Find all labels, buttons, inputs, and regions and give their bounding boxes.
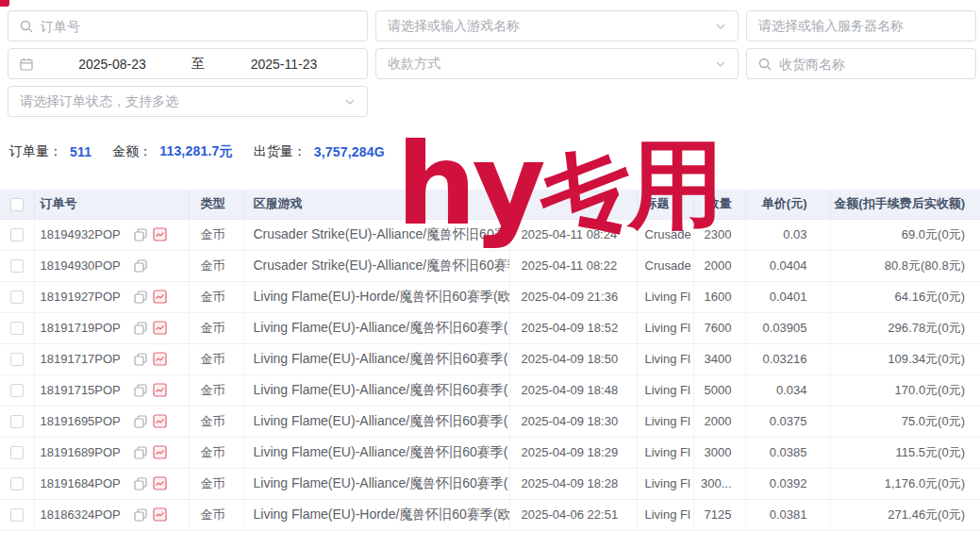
amount-cell: 75.0元(0元) [830,406,980,437]
receiver-merchant-input[interactable] [779,57,964,72]
header-game: 区服游戏 [243,190,509,219]
unit-price-cell: 0.0392 [745,468,830,499]
game-server-cell: Living Flame(EU)-Alliance/魔兽怀旧60赛季( [243,468,509,499]
date-range-picker[interactable]: 2025-08-23 至 2025-11-23 [8,48,368,79]
select-all-checkbox[interactable] [10,198,24,211]
row-checkbox-cell[interactable] [0,281,34,312]
date-end-value[interactable]: 2025-11-23 [212,57,356,72]
payment-method-select[interactable]: 收款方式 [375,48,739,79]
server-name-select[interactable]: 请选择或输入服务器名称 [746,10,976,42]
game-server-cell: Living Flame(EU)-Horde/魔兽怀旧60赛季(欧 [243,281,509,312]
select-all-checkbox-cell[interactable] [0,190,34,219]
header-amount: 金额(扣手续费后实收额) [830,190,980,219]
title-cell: Crusade [637,250,693,281]
copy-icon[interactable] [134,353,147,366]
screenshot-image-icon[interactable] [153,352,167,366]
row-checkbox-cell[interactable] [0,219,34,250]
row-checkbox-cell[interactable] [0,312,34,343]
unit-price-cell: 0.0385 [745,437,830,468]
order-number: 18194932POP [41,227,121,241]
screenshot-image-icon[interactable] [153,321,167,335]
amount-cell: 271.46元(0元) [830,499,980,530]
order-no-cell: 18191689POP [34,437,189,468]
game-server-cell: Living Flame(EU)-Horde/魔兽怀旧60赛季(欧 [243,499,509,530]
stat-order-count: 订单量： 511 [9,143,91,160]
table-row: 18191689POP金币Living Flame(EU)-Alliance/魔… [0,437,980,468]
screenshot-image-icon[interactable] [153,290,167,304]
row-checkbox-cell[interactable] [0,499,34,530]
header-title: 标题 [637,190,693,219]
row-checkbox[interactable] [10,259,24,273]
amount-cell: 1,176.0元(0元) [830,468,980,499]
screenshot-image-icon[interactable] [153,445,167,459]
game-server-cell: Living Flame(EU)-Alliance/魔兽怀旧60赛季( [243,312,509,343]
copy-icon[interactable] [134,415,147,428]
order-number: 18191689POP [41,445,121,459]
order-number: 18194930POP [41,258,121,273]
screenshot-image-icon[interactable] [153,414,167,428]
screenshot-image-icon[interactable] [153,507,167,522]
copy-icon[interactable] [134,228,147,241]
chevron-down-icon[interactable] [715,21,726,32]
header-price: 单价(元) [745,190,830,219]
copy-icon[interactable] [134,291,147,304]
order-number-input[interactable] [41,19,356,34]
row-checkbox[interactable] [10,477,24,490]
copy-icon[interactable] [134,477,147,490]
amount-cell: 64.16元(0元) [830,281,980,312]
row-checkbox[interactable] [10,322,24,335]
order-time-cell: 2025-04-06 22:51 [509,499,637,530]
copy-icon[interactable] [134,259,147,273]
unit-price-cell: 0.0381 [745,499,830,530]
chevron-down-icon[interactable] [344,96,356,108]
row-checkbox[interactable] [10,291,24,304]
order-number: 18191717POP [41,352,121,366]
header-type: 类型 [189,190,243,219]
unit-price-cell: 0.03905 [745,312,830,343]
type-cell: 金币 [189,312,243,343]
table-row: 18194930POP金币Crusader Strike(EU)-Allianc… [0,250,980,281]
header-qty: 数量 [693,190,745,219]
row-checkbox-cell[interactable] [0,437,34,468]
type-cell: 金币 [189,468,243,499]
row-checkbox[interactable] [10,384,24,397]
header-order-no: 订单号 [34,190,189,219]
order-number: 18191719POP [41,321,121,335]
row-checkbox[interactable] [10,415,24,428]
order-no-cell: 18191715POP [34,374,189,406]
order-status-select[interactable]: 请选择订单状态，支持多选 [8,86,368,117]
row-checkbox-cell[interactable] [0,343,34,374]
qty-cell: 2000 [693,406,745,437]
row-checkbox-cell[interactable] [0,468,34,499]
type-cell: 金币 [189,499,243,530]
order-time-cell: 2025-04-11 08:22 [509,250,637,281]
row-checkbox[interactable] [10,508,24,522]
row-checkbox[interactable] [10,446,24,459]
copy-icon[interactable] [134,384,147,397]
copy-icon[interactable] [134,446,147,459]
calendar-icon [20,58,33,71]
row-checkbox-cell[interactable] [0,374,34,406]
amount-cell: 296.78元(0元) [830,312,980,343]
copy-icon[interactable] [134,508,147,522]
order-no-cell: 18194932POP [34,219,189,250]
row-checkbox-cell[interactable] [0,406,34,437]
game-name-select[interactable]: 请选择或输入游戏名称 [375,10,739,42]
receiver-merchant-search-field[interactable] [746,48,976,79]
screenshot-image-icon[interactable] [153,476,167,490]
order-number-search-field[interactable] [8,10,368,42]
help-icon[interactable]: ? [409,144,425,160]
table-row: 18191717POP金币Living Flame(EU)-Alliance/魔… [0,343,980,374]
row-checkbox[interactable] [10,228,24,241]
row-checkbox-cell[interactable] [0,250,34,281]
date-start-value[interactable]: 2025-08-23 [41,57,184,72]
stat-shipment-value: 3,757,284G [314,144,385,159]
copy-icon[interactable] [134,322,147,335]
game-server-cell: Living Flame(EU)-Alliance/魔兽怀旧60赛季( [243,437,509,468]
row-checkbox[interactable] [10,353,24,366]
table-row: 18191927POP金币Living Flame(EU)-Horde/魔兽怀旧… [0,281,980,312]
screenshot-image-icon[interactable] [153,383,167,397]
screenshot-image-icon[interactable] [153,227,167,241]
chevron-down-icon[interactable] [715,58,726,70]
header-time [509,190,637,219]
